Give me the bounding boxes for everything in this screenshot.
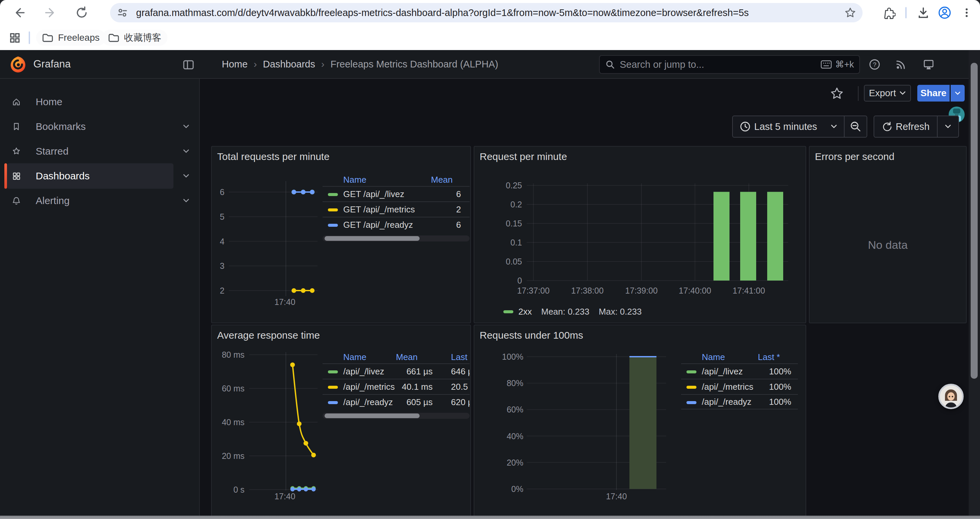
legend-column-header[interactable]: Name [702,351,725,363]
legend-series-name[interactable]: /api/_/readyz [702,395,751,409]
refresh-button[interactable]: Refresh [873,115,938,137]
browser-forward-button[interactable] [43,5,59,21]
clock-icon [740,121,751,132]
export-label: Export [869,88,896,99]
legend-column-header[interactable]: Mean [431,173,461,186]
export-button[interactable]: Export [864,85,911,102]
browser-reload-button[interactable] [74,5,90,21]
legend-value: 6 [456,217,461,232]
screen: grafana.mathmast.com/d/deytv4rwavabkb/fr… [0,0,980,519]
help-icon[interactable]: ? [869,58,881,70]
series-swatch[interactable] [328,401,338,404]
legend-series-name[interactable]: GET /api/_/metrics [343,202,415,217]
legend-series-name[interactable]: 2xx [519,307,532,317]
chevron-down-icon[interactable] [182,123,190,130]
legend-series-name[interactable]: /api/_/metrics [702,379,754,394]
share-button[interactable]: Share [917,85,950,102]
series-swatch[interactable] [686,370,697,374]
sidebar-item-home[interactable]: Home [0,89,200,115]
series-swatch[interactable] [686,386,697,389]
series-swatch[interactable] [328,208,338,211]
panel-avg-response-time: Average response time80 ms60 ms40 ms20 m… [211,325,471,519]
browser-profile-button[interactable] [937,5,953,21]
legend-column-header[interactable]: Name [343,351,366,363]
dock-sidebar-icon[interactable] [183,59,194,71]
sidebar-item-starred[interactable]: Starred [0,139,200,164]
series-swatch[interactable] [328,386,338,389]
page-scrollbar-thumb[interactable] [970,63,978,379]
subtoolbar-divider [858,86,859,101]
time-range-picker[interactable]: Last 5 minutes [732,115,845,137]
legend-column-header[interactable]: Last * [451,351,470,363]
legend-inline[interactable]: 2xxMean: 0.233Max: 0.233 [503,306,642,317]
legend-row[interactable]: /api/_/readyz605 µs620 µs [323,394,470,409]
extensions-puzzle-icon [882,6,896,19]
legend-series-name[interactable]: GET /api/_/readyz [343,217,413,232]
grafana-brand[interactable]: Grafana [33,50,71,78]
svg-text:100%: 100% [502,352,523,361]
legend-row[interactable]: /api/_/livez661 µs646 µs [323,363,470,379]
browser-back-button[interactable] [11,5,27,21]
panel-title[interactable]: Errors per second [815,151,894,162]
news-rss-icon[interactable] [895,58,907,70]
legend-scrollbar-thumb[interactable] [325,236,420,241]
breadcrumb-link[interactable]: Home [222,59,248,70]
url-bar[interactable]: grafana.mathmast.com/d/deytv4rwavabkb/fr… [110,3,862,22]
extensions-button[interactable] [881,5,897,21]
legend-row[interactable]: GET /api/_/livez6 [323,186,470,201]
kiosk-monitor-icon[interactable] [923,58,935,70]
series-swatch[interactable] [328,224,338,227]
kebab-menu-icon [960,6,973,19]
svg-text:5: 5 [220,212,224,222]
folder-icon [108,33,119,43]
favorite-dashboard-button[interactable] [830,86,844,101]
legend-scrollbar-thumb[interactable] [325,414,420,418]
apps-grid-button[interactable] [7,30,23,46]
chevron-down-icon[interactable] [182,172,190,179]
chevron-down-icon[interactable] [182,197,190,204]
bookmark-folder[interactable]: Freeleaps [36,30,106,46]
grafana-logo[interactable] [10,56,27,73]
site-info-icon[interactable] [116,6,129,19]
legend-row[interactable]: /api/_/metrics100% [681,379,798,394]
legend-row[interactable]: /api/_/readyz100% [681,394,798,409]
sidebar-item-bookmarks[interactable]: Bookmarks [0,114,200,139]
url-text[interactable]: grafana.mathmast.com/d/deytv4rwavabkb/fr… [136,7,844,18]
bookmark-star-icon[interactable] [844,6,857,19]
zoom-out-time-button[interactable] [844,115,867,137]
downloads-button[interactable] [915,5,931,21]
legend-value: 20.5 ms [451,379,470,394]
svg-text:2: 2 [220,286,224,295]
breadcrumb-link[interactable]: Dashboards [263,59,315,70]
legend-series-name[interactable]: /api/_/livez [702,364,743,379]
svg-text:17:38:00: 17:38:00 [571,286,603,295]
bookmark-folder[interactable]: 收藏博客 [102,30,167,46]
series-swatch[interactable] [686,401,697,404]
series-swatch[interactable] [328,370,338,374]
legend-series-name[interactable]: /api/_/livez [343,364,384,379]
legend-scrollbar-track[interactable] [323,235,470,241]
legend-series-name[interactable]: /api/_/readyz [343,395,393,409]
chevron-down-icon[interactable] [182,148,190,155]
share-dropdown-button[interactable] [951,85,965,102]
legend-column-header[interactable]: Name [343,173,366,186]
legend-column-header[interactable]: Last * [758,351,791,363]
legend-series-name[interactable]: GET /api/_/livez [343,187,404,201]
legend-column-header[interactable]: Mean [396,351,433,363]
legend-row[interactable]: GET /api/_/readyz6 [323,217,470,232]
chart[interactable]: 0.250.20.150.10.05017:37:0017:38:0017:39… [474,147,807,324]
legend-row[interactable]: GET /api/_/metrics2 [323,201,470,217]
series-swatch[interactable] [328,193,338,196]
legend-row[interactable]: /api/_/livez100% [681,363,798,379]
legend-scrollbar-track[interactable] [323,413,470,419]
refresh-label: Refresh [896,121,930,132]
legend-series-name[interactable]: /api/_/metrics [343,379,395,394]
sidebar-item-dashboards[interactable]: Dashboards [0,163,200,189]
legend-row[interactable]: /api/_/metrics40.1 ms20.5 ms [323,379,470,394]
browser-menu-button[interactable] [959,5,975,21]
sidebar-item-alerting[interactable]: Alerting [0,188,200,213]
assistant-avatar-widget[interactable] [938,384,964,409]
refresh-interval-dropdown[interactable] [937,115,959,137]
series-swatch[interactable] [503,310,513,313]
search-box[interactable]: Search or jump to... ⌘+k [599,55,860,74]
